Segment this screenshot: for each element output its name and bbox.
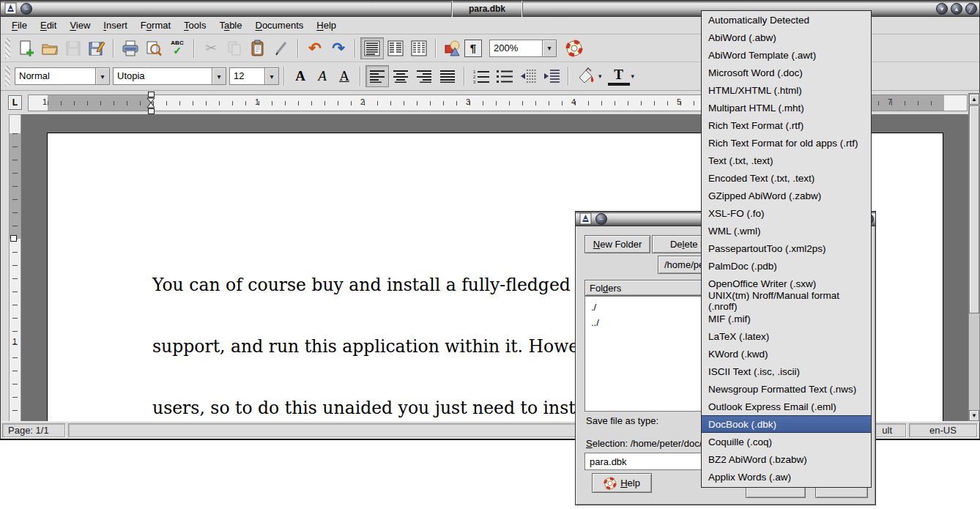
format-option[interactable]: HTML/XHTML (.html) [702,81,871,99]
folder-list-item[interactable]: ./ [585,300,716,315]
abiword-logo-icon [4,2,17,15]
size-dropdown-arrow[interactable]: ▾ [264,67,279,85]
cut-button[interactable]: ✂ [199,37,223,59]
format-option[interactable]: Multipart HTML (.mht) [702,99,871,116]
new-folder-button[interactable]: New Folder [584,235,650,253]
format-option[interactable]: KWord (.kwd) [702,345,871,363]
toolbar-grip[interactable] [5,66,10,86]
folder-list-item[interactable]: ../ [585,315,716,330]
menu-documents[interactable]: Documents [249,18,311,32]
increase-indent-button[interactable] [540,65,563,87]
font-color-dropdown-arrow[interactable]: ▾ [631,73,635,80]
language-indicator[interactable]: en-US [909,423,977,437]
format-option[interactable]: BZ2 AbiWord (.bzabw) [702,450,871,468]
zoom-input[interactable] [489,40,542,57]
decrease-indent-button[interactable] [516,65,540,87]
view-two-columns-button[interactable] [384,37,407,59]
format-option[interactable]: Text (.txt, .text) [702,152,871,169]
format-option[interactable]: WML (.wml) [702,222,871,239]
save-button[interactable] [62,37,85,59]
format-option[interactable]: LaTeX (.latex) [702,327,871,345]
scrollbar-thumb[interactable] [969,105,979,313]
undo-button[interactable]: ↶ [303,37,327,59]
view-three-columns-button[interactable] [407,37,431,59]
vertical-ruler[interactable]: 1 [9,114,21,422]
format-option[interactable]: Outlook Express Email (.eml) [702,398,871,415]
format-option[interactable]: Newsgroup Formatted Text (.nws) [702,380,871,398]
format-option[interactable]: ISCII Text (.isc, .iscii) [702,363,871,380]
font-select[interactable]: Utopia [113,67,212,85]
redo-button[interactable]: ↷ [327,37,350,59]
format-option[interactable]: DocBook (.dbk) [702,415,871,433]
underline-button[interactable]: A [333,66,355,86]
scroll-down-arrow[interactable]: ▼ [969,410,979,421]
format-option[interactable]: PassepartoutToo (.xml2ps) [702,239,871,257]
menu-tools[interactable]: Tools [177,18,212,32]
format-option[interactable]: Applix Words (.aw) [702,468,871,486]
size-select[interactable]: 12 [229,67,264,85]
font-color-button[interactable]: T [608,67,630,86]
highlight-color-dropdown-arrow[interactable]: ▾ [598,73,602,80]
format-option[interactable]: AbiWord Template (.awt) [702,46,871,64]
paste-button[interactable] [246,37,270,59]
numbered-list-button[interactable]: 123 [469,65,493,87]
indent-marker[interactable] [146,92,156,114]
scroll-up-arrow[interactable]: ▲ [969,94,979,105]
zoom-dropdown-arrow[interactable]: ▾ [542,40,557,57]
menu-file[interactable]: File [5,18,34,32]
style-select[interactable]: Normal [15,67,95,85]
font-dropdown-arrow[interactable]: ▾ [212,67,226,85]
dialog-help-button[interactable]: Help [592,473,652,493]
format-option[interactable]: GZipped AbiWord (.zabw) [702,187,871,204]
maximize-button[interactable]: ▴ [951,3,962,15]
align-center-button[interactable] [389,65,412,87]
align-right-button[interactable] [412,65,436,87]
format-option[interactable]: MIF (.mif) [702,310,871,327]
print-button[interactable] [119,37,142,59]
format-option[interactable]: UNIX(tm) Nroff/Manual format (.nroff) [702,292,871,310]
format-option[interactable]: Rich Text Format for old apps (.rtf) [702,134,871,152]
menu-insert[interactable]: Insert [97,18,134,32]
copy-button[interactable] [223,37,246,59]
format-option[interactable]: Microsoft Word (.doc) [702,64,871,81]
menu-help[interactable]: Help [310,18,343,32]
align-left-button[interactable] [365,65,389,87]
highlight-color-button[interactable] [573,65,597,87]
format-option[interactable]: Automatically Detected [702,11,871,29]
style-dropdown-arrow[interactable]: ▾ [95,67,110,85]
close-button[interactable]: ╱ [965,3,977,15]
bullet-list-button[interactable] [493,65,516,87]
spellcheck-button[interactable]: ABC ✓ [166,37,189,59]
vertical-scrollbar[interactable]: ▲ ▼ [968,93,980,422]
save-as-button[interactable] [85,37,108,59]
bold-button[interactable]: A [289,66,311,86]
menu-table[interactable]: Table [212,18,248,32]
tab-stop-toggle-button[interactable]: L [8,95,22,110]
help-button[interactable] [563,37,586,59]
menu-view[interactable]: View [63,18,97,32]
folders-column-header[interactable]: Folders [584,280,716,296]
insert-shapes-button[interactable] [441,37,464,59]
toolbar-grip[interactable] [5,38,10,59]
view-one-column-button[interactable] [360,37,384,59]
format-option[interactable]: Encoded Text (.txt, .text) [702,169,871,187]
format-option[interactable]: Coquille (.coq) [702,433,871,450]
new-document-button[interactable] [15,37,38,59]
format-option[interactable]: PalmDoc (.pdb) [702,257,871,275]
folders-list[interactable]: ./../ [584,296,716,412]
window-menu-button[interactable]: – [21,3,32,15]
window-menu-button[interactable]: – [595,213,607,225]
format-option[interactable]: AbiWord (.abw) [702,29,871,46]
menu-format[interactable]: Format [134,18,177,32]
italic-button[interactable]: A [311,66,333,86]
print-preview-button[interactable] [142,37,166,59]
menu-edit[interactable]: Edit [34,18,63,32]
minimize-button[interactable]: ▾ [936,3,948,15]
format-option[interactable]: Rich Text Format (.rtf) [702,116,871,134]
stylus-button[interactable] [270,37,293,59]
open-button[interactable] [38,37,62,59]
format-option[interactable]: XSL-FO (.fo) [702,204,871,222]
show-formatting-marks-button[interactable]: ¶ [464,40,482,57]
top-margin-marker[interactable] [10,235,17,242]
align-justify-button[interactable] [436,65,459,87]
